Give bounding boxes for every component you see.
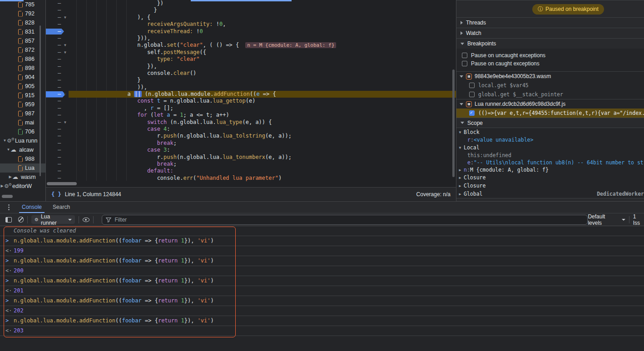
tab-search[interactable]: Search [47,202,75,213]
checkbox-unchecked[interactable] [462,53,467,58]
chevron-down-icon[interactable]: ▼ [3,136,7,145]
chevron-right-icon[interactable]: ▶ [456,184,464,188]
code-line[interactable]: –▼ n.global.set("clear", ( () => {n = M … [46,42,456,49]
chevron-right-icon[interactable]: ▶ [0,182,4,191]
execution-context-dropdown[interactable]: ⚙ Lua runner [31,215,75,224]
section-threads[interactable]: Threads [456,17,644,28]
tab-console[interactable]: Console [16,202,47,213]
sidebar-item-915[interactable]: 915 [0,91,45,100]
clear-console-icon[interactable] [18,217,24,222]
code-line[interactable]: – receiveArgsQuantity: !0, [46,21,456,28]
breakpoint-entry[interactable]: local.get $var45 [456,81,644,90]
scope-section-global[interactable]: ▶GlobalDedicatedWorker [456,190,644,198]
code-line[interactable]: – break; [46,140,456,147]
code-line[interactable]: – , r = []; [46,105,456,112]
section-breakpoints[interactable]: Breakpoints [456,38,644,49]
sidebar-item-editorw[interactable]: ▶⚙editorW [0,182,45,191]
code-line[interactable]: – default: [46,168,456,174]
code-line[interactable]: – console.clear() [46,70,456,77]
pause-uncaught-row[interactable]: Pause on uncaught exceptions [456,51,644,59]
sidebar-item-785[interactable]: 785 [0,0,45,9]
section-watch[interactable]: Watch [456,28,644,38]
editor-horizontal-scrollbar[interactable] [47,182,77,185]
code-line[interactable]: – case 3: [46,147,456,153]
code-line[interactable]: – })), [46,35,456,42]
sidebar-item-872[interactable]: 872 [0,45,45,54]
chevron-right-icon[interactable]: ▶ [8,173,12,182]
console-message-input[interactable]: >n.global.lua.module.addFunction((foobar… [0,256,644,266]
code-line[interactable]: –▼ ), { [46,14,456,21]
fold-arrow-icon[interactable]: ▼ [64,91,66,98]
console-message-result[interactable]: <·201 [0,286,644,296]
pretty-print-icon[interactable]: { } [51,191,61,198]
scope-variable-row[interactable]: this: undefined [456,152,644,159]
kebab-menu-icon[interactable] [5,204,12,210]
chevron-right-icon[interactable]: ▶ [456,192,464,196]
scope-section-closure[interactable]: ▶Closure [456,173,644,182]
sidebar-item-988[interactable]: 988 [0,154,45,163]
code-line[interactable]: – console.err("Unhandled lua parameter") [46,175,456,182]
chevron-right-icon[interactable]: ▶ [456,176,464,180]
sidebar-item-wasm[interactable]: ▶☁wasm [0,173,45,182]
sidebar-item-987[interactable]: 987 [0,109,45,118]
breakpoint-file-group[interactable]: 98843e9ebe4e43005b23.wasm [456,71,644,81]
code-line[interactable]: – } [46,7,456,14]
console-message-input[interactable]: >n.global.lua.module.addFunction((foobar… [0,296,644,306]
sidebar-item-706[interactable]: 706 [0,127,45,136]
code-line[interactable]: – r.push(n.global.lua.lua_tolstring(e, a… [46,133,456,139]
section-call-stack[interactable]: Call Stack [456,198,644,201]
console-message-result[interactable]: <·200 [0,266,644,276]
code-line[interactable]: –▼ switch (n.global.lua.lua_type(e, a)) … [46,119,456,126]
scope-section-closure[interactable]: ▶Closure [456,182,644,190]
code-line[interactable]: –▼ self.postMessage({ [46,49,456,56]
sidebar-item-792[interactable]: 792 [0,9,45,18]
console-message-result[interactable]: <·202 [0,306,644,316]
editor-vertical-scrollbar[interactable] [452,69,455,177]
log-levels-dropdown[interactable]: Default levels [588,213,625,226]
code-line[interactable]: – case 4: [46,126,456,133]
scope-section-block[interactable]: ▼Block [456,128,644,136]
chevron-down-icon[interactable]: ▼ [456,146,464,150]
checkbox-checked[interactable] [469,110,475,116]
issues-counter[interactable]: 1 Iss [633,213,644,226]
checkbox-unchecked[interactable] [469,83,475,88]
sidebar-item-857[interactable]: 857 [0,36,45,45]
sidebar-item-904[interactable]: 904 [0,73,45,82]
console-filter-input[interactable]: Filter [102,215,588,225]
sidebar-item-828[interactable]: 828 [0,18,45,27]
code-line[interactable]: – type: "clear" [46,56,456,63]
console-message-system[interactable]: Console was cleared [0,226,644,236]
sidebar-item-831[interactable]: 831 [0,27,45,36]
code-line[interactable]: – }), [46,63,456,70]
sidebar-item-959[interactable]: 959 [0,100,45,109]
code-line[interactable]: – receiveThread: !0 [46,28,456,35]
sidebar-horizontal-scrollbar[interactable] [2,195,13,198]
code-line[interactable]: – for (let a = 1; a <= t; a++) [46,112,456,119]
scope-variable-row[interactable]: r: <value unavailable> [456,136,644,143]
live-expression-icon[interactable] [83,218,89,222]
source-editor[interactable]: – })– }–▼ ), {– receiveArgsQuantity: !0,… [46,0,456,187]
code-line[interactable]: –▼ a || (n.global.lua.module.addFunction… [46,91,456,98]
code-line[interactable]: – break; [46,161,456,168]
console-message-input[interactable]: >n.global.lua.module.addFunction((foobar… [0,316,644,326]
console-message-result[interactable]: <·203 [0,326,644,336]
chevron-down-icon[interactable]: ▼ [6,145,10,154]
breakpoint-entry[interactable]: global.get $__stack_pointer [456,90,644,99]
sidebar-item-alcaw[interactable]: ▼☁alcaw [0,145,45,154]
sidebar-item-886[interactable]: 886 [0,54,45,64]
console-message-input[interactable]: >n.global.lua.module.addFunction((foobar… [0,236,644,246]
sidebar-vertical-scrollbar[interactable] [40,25,41,176]
pause-caught-row[interactable]: Pause on caught exceptions [456,59,644,68]
chevron-down-icon[interactable]: ▼ [456,130,464,134]
sidebar-item-mai[interactable]: mai [0,118,45,127]
sidebar-item-905[interactable]: 905 [0,82,45,91]
console-sidebar-toggle-icon[interactable] [5,217,12,222]
execution-pointer-marker[interactable]: – [46,91,65,98]
scope-variable-row[interactable]: ▶n: M {cmodule: A, global: f} [456,166,644,173]
code-line[interactable]: – )), [46,84,456,91]
code-line[interactable]: – r.push(n.global.lua.lua_tonumberx(e, a… [46,154,456,161]
scope-variable-row[interactable]: e: "-- Utils\nlocal function ub8(n) -- 6… [456,159,644,166]
breakpoint-marker[interactable]: – [46,29,64,35]
console-message-input[interactable]: >n.global.lua.module.addFunction((foobar… [0,276,644,286]
breakpoint-file-group[interactable]: Lua runner.dc9cb2d6d69c98d3dc9f.js [456,99,644,109]
